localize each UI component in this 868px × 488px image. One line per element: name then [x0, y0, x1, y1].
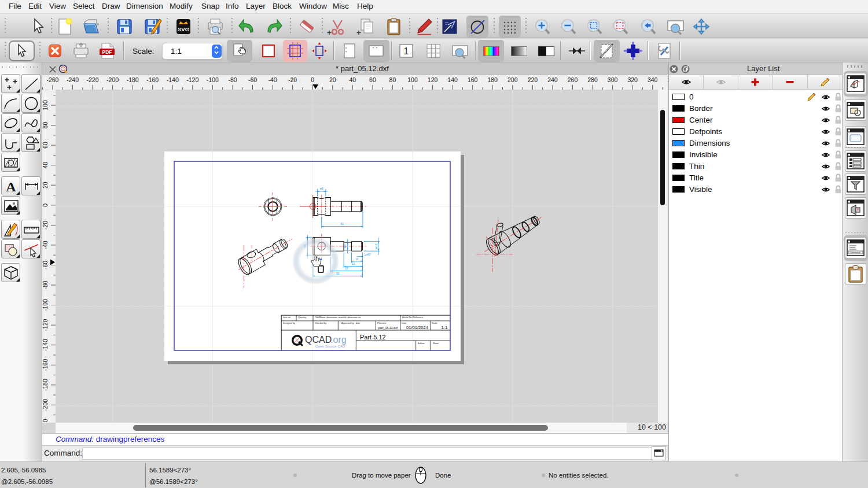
svg-text:280: 280 [587, 76, 598, 83]
svg-text:120: 120 [42, 90, 49, 90]
svg-text:-140: -140 [167, 76, 179, 83]
svg-text:Item ref: Item ref [283, 316, 291, 319]
svg-text:-100: -100 [42, 299, 49, 311]
svg-text:220: 220 [528, 76, 538, 83]
svg-text:-80: -80 [228, 76, 237, 83]
svg-text:61: 61 [340, 222, 344, 225]
svg-text:-180: -180 [42, 379, 49, 391]
svg-text:Approved by - date: Approved by - date [341, 322, 360, 324]
svg-text:Edition: Edition [418, 342, 425, 345]
svg-text:1:1: 1:1 [441, 325, 448, 330]
svg-text:0: 0 [42, 204, 49, 207]
svg-text:-220: -220 [42, 419, 49, 423]
svg-text:.org: .org [330, 335, 347, 345]
svg-text:80: 80 [42, 122, 49, 129]
svg-text:-100: -100 [207, 76, 219, 83]
svg-text:-240: -240 [67, 76, 79, 83]
svg-text:160: 160 [468, 76, 478, 83]
svg-text:-20: -20 [288, 76, 297, 83]
svg-text:-120: -120 [186, 76, 198, 83]
svg-text:SVG: SVG [178, 26, 189, 32]
svg-text:140: 140 [447, 76, 458, 83]
svg-text:-220: -220 [86, 76, 98, 83]
svg-text:-160: -160 [42, 359, 49, 371]
svg-text:Designed by: Designed by [283, 322, 295, 324]
svg-text:Scale: Scale [432, 322, 437, 324]
svg-text:320: 320 [627, 76, 638, 83]
svg-text:100: 100 [407, 76, 418, 83]
svg-text:120: 120 [428, 76, 438, 83]
svg-text:01/01/2024: 01/01/2024 [406, 325, 428, 330]
svg-text:-20: -20 [42, 221, 49, 230]
svg-text:Quantity: Quantity [298, 316, 306, 319]
svg-text:-40: -40 [42, 241, 49, 249]
svg-text:240: 240 [547, 76, 558, 83]
svg-text:Sheet: Sheet [433, 342, 439, 345]
svg-text:ø8: ø8 [320, 187, 323, 190]
svg-text:Title/Name, destination, mater: Title/Name, destination, material, dimen… [315, 316, 361, 319]
svg-text:-60: -60 [42, 261, 49, 269]
svg-text:QCAD: QCAD [305, 335, 332, 345]
svg-text:Date: Date [402, 322, 406, 324]
svg-text:60: 60 [42, 142, 49, 149]
svg-text:-120: -120 [42, 319, 49, 331]
svg-text:part_05.12.dxf: part_05.12.dxf [378, 326, 398, 330]
svg-text:-140: -140 [42, 339, 49, 351]
svg-text:40: 40 [42, 162, 49, 169]
svg-text:60: 60 [369, 76, 376, 83]
svg-text:-180: -180 [127, 76, 139, 83]
svg-text:Checked by: Checked by [315, 322, 326, 324]
svg-text:Part 5.12: Part 5.12 [360, 334, 386, 341]
svg-text:ø10: ø10 [374, 243, 378, 249]
svg-text:-80: -80 [42, 280, 49, 289]
svg-text:50: 50 [336, 272, 340, 275]
svg-text:21: 21 [352, 262, 355, 265]
svg-text:80: 80 [389, 76, 396, 83]
svg-text:260: 260 [568, 76, 578, 83]
svg-text:11: 11 [355, 257, 358, 261]
svg-text:-200: -200 [106, 76, 119, 83]
svg-text:-160: -160 [146, 76, 159, 83]
svg-text:PDF: PDF [102, 49, 112, 55]
svg-text:-260: -260 [46, 76, 58, 83]
svg-text:-40: -40 [269, 76, 277, 83]
svg-text:100: 100 [42, 100, 49, 110]
svg-text:0: 0 [311, 76, 314, 83]
svg-text:180: 180 [487, 76, 498, 83]
svg-text:340: 340 [648, 76, 658, 83]
svg-text:20: 20 [42, 182, 49, 188]
svg-text:Open Source CAD: Open Source CAD [315, 344, 345, 348]
svg-text:Command: Command [849, 251, 860, 254]
svg-text:Article No./Reference: Article No./Reference [402, 316, 423, 319]
svg-text:Filename: Filename [377, 322, 387, 324]
svg-text:300: 300 [608, 76, 618, 83]
svg-text:40: 40 [349, 76, 356, 83]
svg-text:-60: -60 [248, 76, 257, 83]
svg-text:20: 20 [329, 76, 336, 83]
svg-text:200: 200 [507, 76, 518, 83]
svg-text:1x45°: 1x45° [365, 253, 372, 256]
svg-text:1: 1 [404, 46, 409, 56]
svg-text:-200: -200 [42, 399, 49, 411]
svg-text:37: 37 [345, 267, 348, 270]
svg-text:ø8: ø8 [344, 245, 347, 248]
svg-text:A: A [6, 179, 16, 194]
